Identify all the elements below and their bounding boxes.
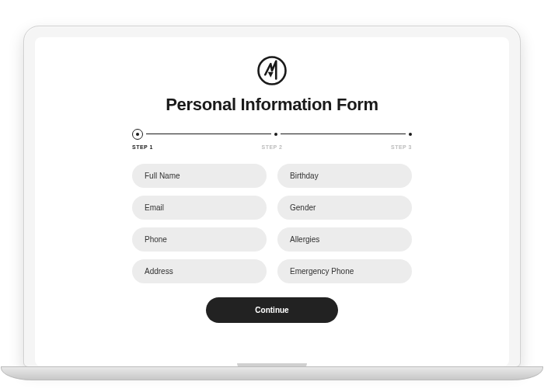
emergency-phone-field[interactable] xyxy=(277,259,412,283)
step-1-label: STEP 1 xyxy=(132,144,153,150)
screen: Personal Information Form STEP 1 STEP 2 … xyxy=(35,37,509,366)
stepper-labels: STEP 1 STEP 2 STEP 3 xyxy=(132,144,412,150)
address-field[interactable] xyxy=(132,259,267,283)
phone-field[interactable] xyxy=(132,227,267,252)
step-1-dot xyxy=(132,129,143,140)
laptop-base xyxy=(1,366,543,380)
laptop-mockup: Personal Information Form STEP 1 STEP 2 … xyxy=(23,26,521,367)
full-name-field[interactable] xyxy=(132,164,267,188)
step-3-label: STEP 3 xyxy=(391,144,412,150)
step-line xyxy=(146,134,271,134)
allergies-field[interactable] xyxy=(277,227,412,252)
step-3-dot xyxy=(409,133,412,136)
step-line xyxy=(281,134,406,134)
continue-button[interactable]: Continue xyxy=(206,297,338,323)
form-title: Personal Information Form xyxy=(166,95,378,115)
step-2-label: STEP 2 xyxy=(262,144,283,150)
email-field[interactable] xyxy=(132,196,267,220)
progress-stepper xyxy=(132,129,412,140)
step-2-dot xyxy=(274,133,277,136)
form-fields xyxy=(132,164,412,283)
birthday-field[interactable] xyxy=(277,164,412,188)
brand-logo xyxy=(256,54,288,87)
gender-field[interactable] xyxy=(277,196,412,220)
